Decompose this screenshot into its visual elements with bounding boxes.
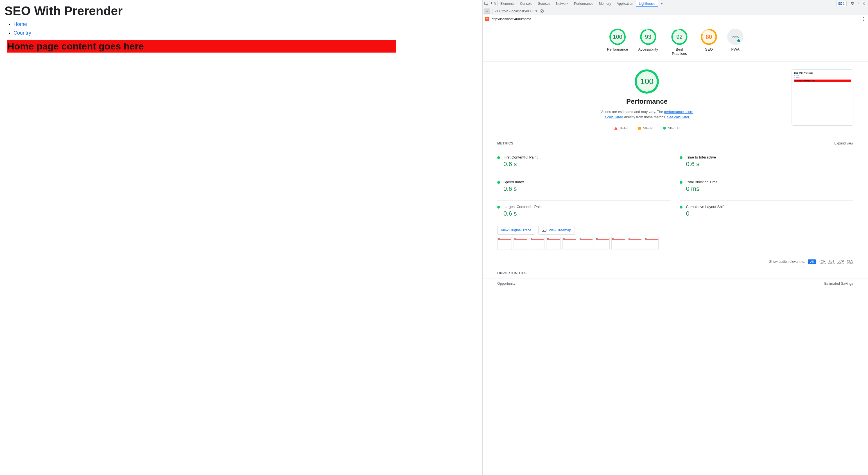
- filter-lcp[interactable]: LCP: [837, 259, 844, 264]
- gauge-best-practices-label: Best Practices: [668, 47, 691, 56]
- opportunities-col-name: Opportunity: [497, 282, 516, 286]
- kebab-icon[interactable]: ⋮: [857, 2, 860, 6]
- tab-lighthouse[interactable]: Lighthouse: [636, 0, 658, 7]
- mini-li-2: • Country: [794, 77, 851, 78]
- svg-point-6: [672, 30, 687, 44]
- metric-tbt[interactable]: Total Blocking Time0 ms: [680, 176, 854, 193]
- metric-value: 0.6 s: [503, 210, 542, 217]
- view-trace-button[interactable]: View Original Trace: [497, 226, 535, 235]
- metric-value: 0.6 s: [503, 185, 524, 193]
- clear-icon[interactable]: [540, 9, 544, 13]
- gauge-performance-score: 100: [613, 34, 622, 40]
- legend-mid-label: 50–89: [643, 126, 652, 130]
- lighthouse-report[interactable]: 100 Performance 93 Accessibility 92 Best…: [483, 23, 868, 475]
- filmstrip-frame[interactable]: SEO: [611, 237, 626, 250]
- gauge-accessibility-label: Accessibility: [638, 47, 658, 52]
- metric-status-icon: [497, 181, 500, 184]
- filmstrip-frame[interactable]: SEO: [514, 237, 528, 250]
- inspect-element-icon[interactable]: [483, 0, 490, 7]
- tab-application[interactable]: Application: [614, 0, 636, 7]
- metric-status-icon: [680, 206, 682, 209]
- tab-sources[interactable]: Sources: [535, 0, 553, 7]
- filmstrip-frame[interactable]: SEO: [595, 237, 610, 250]
- report-dropdown-icon[interactable]: ▼: [535, 9, 538, 13]
- report-url: http://localhost:4000/home: [492, 17, 531, 21]
- metrics-header: METRICS Expand view: [483, 130, 868, 149]
- perf-calculator-link[interactable]: See calculator.: [667, 115, 690, 119]
- filter-cls[interactable]: CLS: [847, 259, 854, 264]
- tab-network[interactable]: Network: [553, 0, 571, 7]
- expand-view-button[interactable]: Expand view: [834, 141, 854, 145]
- report-timestamp[interactable]: 21:01:52 - localhost:4000: [495, 9, 533, 13]
- metric-status-icon: [497, 206, 500, 209]
- mini-li-1: • Home: [794, 74, 851, 76]
- metric-status-icon: [680, 156, 682, 159]
- metric-tti[interactable]: Time to Interactive0.6 s: [680, 151, 854, 168]
- mini-bar: Home page content goes here: [794, 80, 851, 82]
- page-title: SEO With Prerender: [4, 4, 478, 18]
- performance-description: Values are estimated and may vary. The p…: [599, 109, 694, 120]
- gauge-best-practices[interactable]: 92 Best Practices: [668, 29, 691, 56]
- view-treemap-button[interactable]: View Treemap: [538, 226, 575, 235]
- filters-label: Show audits relevant to:: [769, 260, 805, 264]
- nav-link-country[interactable]: Country: [13, 30, 31, 36]
- metric-status-icon: [680, 181, 682, 184]
- svg-point-4: [641, 30, 655, 44]
- gauge-performance[interactable]: 100 Performance: [607, 29, 628, 56]
- page-viewport: SEO With Prerender Home Country Home pag…: [0, 0, 483, 475]
- metric-name: Largest Contentful Paint: [503, 204, 542, 209]
- score-legend: 0–49 50–89 90–100: [614, 126, 679, 130]
- filmstrip: SEO SEO SEO SEO SEO SEO SEO SEO SEO SEO: [483, 235, 868, 250]
- filmstrip-frame[interactable]: SEO: [628, 237, 642, 250]
- devtools-panel: Elements Console Sources Network Perform…: [483, 0, 868, 475]
- tab-performance[interactable]: Performance: [571, 0, 596, 7]
- filter-all[interactable]: All: [808, 259, 816, 264]
- filmstrip-frame[interactable]: SEO: [644, 237, 659, 250]
- metric-cls[interactable]: Cumulative Layout Shift0: [680, 200, 854, 217]
- tab-console[interactable]: Console: [517, 0, 535, 7]
- tab-memory[interactable]: Memory: [596, 0, 614, 7]
- issues-count: 1: [843, 2, 845, 6]
- nav-link-home[interactable]: Home: [13, 21, 27, 27]
- perf-desc-text-2: directly from these metrics.: [623, 115, 667, 119]
- opportunities-title: OPPORTUNITIES: [497, 271, 527, 275]
- issues-chip[interactable]: 💬 1: [837, 1, 847, 6]
- gauge-row: 100 Performance 93 Accessibility 92 Best…: [483, 23, 868, 59]
- filmstrip-frame[interactable]: SEO: [530, 237, 545, 250]
- nav-item-country: Country: [13, 30, 478, 36]
- new-report-button[interactable]: ＋: [484, 8, 490, 14]
- report-menu-icon[interactable]: ⋮: [861, 16, 866, 22]
- tab-elements[interactable]: Elements: [498, 0, 517, 7]
- perf-desc-text: Values are estimated and may vary. The: [600, 110, 664, 114]
- metric-si[interactable]: Speed Index0.6 s: [497, 176, 671, 193]
- report-url-bar: http://localhost:4000/home ⋮: [483, 15, 868, 23]
- metric-name: Cumulative Layout Shift: [686, 204, 724, 209]
- svg-rect-2: [494, 3, 495, 5]
- performance-heading: Performance: [626, 98, 668, 105]
- filmstrip-frame[interactable]: SEO: [546, 237, 561, 250]
- legend-low-icon: [614, 127, 618, 130]
- legend-high-label: 90–100: [668, 126, 679, 130]
- legend-low-label: 0–49: [620, 126, 627, 130]
- trace-buttons: View Original Trace View Treemap: [483, 217, 868, 235]
- filmstrip-frame[interactable]: SEO: [562, 237, 577, 250]
- lighthouse-toolbar: ＋ 21:01:52 - localhost:4000 ▼: [483, 7, 868, 15]
- filmstrip-frame[interactable]: SEO: [497, 237, 512, 250]
- filter-tbt[interactable]: TBT: [828, 259, 835, 264]
- gauge-pwa[interactable]: PWA PWA: [727, 29, 743, 56]
- more-tabs-icon[interactable]: »: [658, 0, 665, 7]
- settings-icon[interactable]: [850, 1, 854, 6]
- device-toggle-icon[interactable]: [490, 0, 497, 7]
- gauge-seo-label: SEO: [705, 47, 713, 52]
- gauge-accessibility[interactable]: 93 Accessibility: [638, 29, 658, 56]
- gauge-pwa-score: PWA: [732, 35, 739, 38]
- close-devtools-icon[interactable]: ✕: [862, 1, 866, 6]
- filter-fcp[interactable]: FCP: [819, 259, 826, 264]
- metric-fcp[interactable]: First Contentful Paint0.6 s: [497, 151, 671, 168]
- metric-lcp[interactable]: Largest Contentful Paint0.6 s: [497, 200, 671, 217]
- mini-title: SEO With Prerender: [794, 72, 851, 74]
- gauge-seo[interactable]: 80 SEO: [701, 29, 717, 56]
- treemap-icon: [542, 229, 547, 231]
- metric-value: 0: [686, 210, 724, 217]
- filmstrip-frame[interactable]: SEO: [579, 237, 593, 250]
